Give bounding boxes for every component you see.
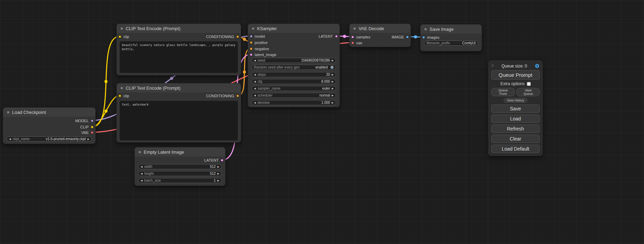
node-graph-canvas[interactable]: Load CheckpointMODELCLIPVAE◀ckpt_namev1-… [0,0,644,244]
input-port-clip-icon[interactable] [118,94,121,97]
input-port-latent_image-icon[interactable] [250,53,253,56]
input-slot-clip[interactable]: clip [118,34,129,39]
decrement-arrow-icon[interactable]: ◀ [254,100,256,105]
increment-arrow-icon[interactable]: ▶ [332,100,334,105]
input-port-negative-icon[interactable] [250,47,253,50]
increment-arrow-icon[interactable]: ▶ [218,178,219,183]
clear-button[interactable]: Clear [491,135,540,143]
drag-handle-icon[interactable]: ⠿ [491,64,494,68]
output-slot-conditioning[interactable]: CONDITIONING [206,34,239,39]
decrement-arrow-icon[interactable]: ◀ [254,93,256,98]
node-load-checkpoint[interactable]: Load CheckpointMODELCLIPVAE◀ckpt_namev1-… [3,107,96,144]
increment-arrow-icon[interactable]: ▶ [332,58,334,63]
prompt-textarea[interactable]: text, watermark [120,101,238,141]
collapse-dot-icon[interactable] [353,27,356,30]
node-vae-decode[interactable]: VAE DecodesamplesvaeIMAGE [349,24,411,47]
increment-arrow-icon[interactable]: ▶ [218,171,219,176]
load-default-button[interactable]: Load Default [491,145,540,153]
output-slot-conditioning[interactable]: CONDITIONING [206,93,239,98]
collapse-dot-icon[interactable] [120,87,123,90]
collapse-dot-icon[interactable] [138,151,141,154]
output-port-latent-icon[interactable] [335,35,338,38]
widget-random-seed-after-every-gen[interactable]: Random seed after every genenabled [252,65,336,70]
decrement-arrow-icon[interactable]: ◀ [141,178,142,183]
widget-ckpt_name[interactable]: ◀ckpt_namev1-5-pruned-emaonly.ckpt▶ [7,136,92,142]
output-slot-image[interactable]: IMAGE [392,35,409,39]
output-slot-latent[interactable]: LATENT [319,34,338,39]
collapse-dot-icon[interactable] [7,111,10,114]
output-port-vae-icon[interactable] [91,131,94,134]
widget-denoise[interactable]: ◀denoise1.000▶ [252,100,336,105]
decrement-arrow-icon[interactable]: ◀ [254,72,256,77]
widget-seed[interactable]: ◀seed156680208700286▶ [252,58,336,63]
refresh-button[interactable]: Refresh [491,125,540,133]
input-slot-negative[interactable]: negative [250,46,269,51]
input-slot-model[interactable]: model [250,34,265,39]
widget-batch_size[interactable]: ◀batch_size1▶ [138,178,222,183]
node-empty-latent-image[interactable]: Empty Latent ImageLATENT◀width512▶◀heigh… [134,147,226,186]
increment-arrow-icon[interactable]: ▶ [332,72,334,77]
node-title-bar[interactable]: VAE Decode [350,24,411,33]
prompt-textarea[interactable]: beautiful scenery nature glass bottle la… [120,41,238,73]
widget-filename_prefix[interactable]: filename_prefixComfyUI [424,40,478,46]
view-history-button[interactable]: View History [504,98,527,103]
node-title-bar[interactable]: Load Checkpoint [3,108,95,117]
input-slot-positive[interactable]: positive [250,40,267,45]
input-port-vae-icon[interactable] [351,42,354,44]
widget-steps[interactable]: ◀steps20▶ [252,72,336,77]
widget-sampler_name[interactable]: ◀sampler_nameeuler▶ [252,86,336,91]
node-ksampler[interactable]: KSamplermodelpositivenegativelatent_imag… [248,24,340,107]
node-title-bar[interactable]: KSampler [248,24,339,33]
settings-gear-icon[interactable] [535,63,540,69]
widget-cfg[interactable]: ◀cfg8.000▶ [252,79,336,84]
output-slot-clip[interactable]: CLIP [80,125,94,129]
decrement-arrow-icon[interactable]: ◀ [141,171,142,176]
output-port-model-icon[interactable] [91,119,94,122]
extra-options-checkbox[interactable] [527,82,531,86]
widget-width[interactable]: ◀width512▶ [138,164,222,169]
queue-prompt-button[interactable]: Queue Prompt [491,70,540,80]
node-clip-text-encode-negative[interactable]: CLIP Text Encode (Prompt)clipCONDITIONIN… [116,83,241,143]
widget-height[interactable]: ◀height512▶ [138,171,222,176]
increment-arrow-icon[interactable]: ▶ [218,164,219,169]
input-port-model-icon[interactable] [250,35,253,38]
node-save-image[interactable]: Save Imageimagesfilename_prefixComfyUI [420,24,482,51]
node-title-bar[interactable]: Save Image [421,25,482,34]
node-title-bar[interactable]: Empty Latent Image [135,147,225,156]
input-slot-latent_image[interactable]: latent_image [250,52,276,57]
output-port-conditioning-icon[interactable] [236,94,239,97]
input-port-samples-icon[interactable] [351,36,354,38]
input-slot-clip[interactable]: clip [118,93,129,98]
output-port-conditioning-icon[interactable] [236,35,239,38]
input-port-positive-icon[interactable] [250,41,253,44]
output-slot-vae[interactable]: VAE [81,130,94,135]
input-port-clip-icon[interactable] [118,35,121,38]
input-slot-samples[interactable]: samples [351,35,370,39]
queue-front-button[interactable]: Queue Front [491,88,515,96]
node-title-bar[interactable]: CLIP Text Encode (Prompt) [117,24,241,33]
input-slot-images[interactable]: images [422,35,439,40]
decrement-arrow-icon[interactable]: ◀ [141,164,142,169]
input-slot-vae[interactable]: vae [351,40,362,45]
decrement-arrow-icon[interactable]: ◀ [254,86,256,91]
increment-arrow-icon[interactable]: ▶ [332,79,334,84]
output-slot-latent[interactable]: LATENT [204,158,223,163]
increment-arrow-icon[interactable]: ▶ [88,136,89,142]
save-button[interactable]: Save [491,105,540,113]
increment-arrow-icon[interactable]: ▶ [332,93,334,98]
increment-arrow-icon[interactable]: ▶ [332,86,334,91]
output-slot-model[interactable]: MODEL [75,118,94,123]
output-port-latent-icon[interactable] [221,159,223,162]
decrement-arrow-icon[interactable]: ◀ [254,79,256,84]
widget-scheduler[interactable]: ◀schedulernormal▶ [252,93,336,98]
node-clip-text-encode-positive[interactable]: CLIP Text Encode (Prompt)clipCONDITIONIN… [116,24,241,75]
decrement-arrow-icon[interactable]: ◀ [9,136,11,142]
decrement-arrow-icon[interactable]: ◀ [254,58,256,63]
collapse-dot-icon[interactable] [120,27,123,30]
load-button[interactable]: Load [491,115,540,123]
toggle-on-dot-icon[interactable] [330,66,334,69]
collapse-dot-icon[interactable] [424,28,427,31]
input-port-images-icon[interactable] [422,36,425,39]
output-port-clip-icon[interactable] [91,126,94,128]
view-queue-button[interactable]: View Queue [517,88,540,96]
